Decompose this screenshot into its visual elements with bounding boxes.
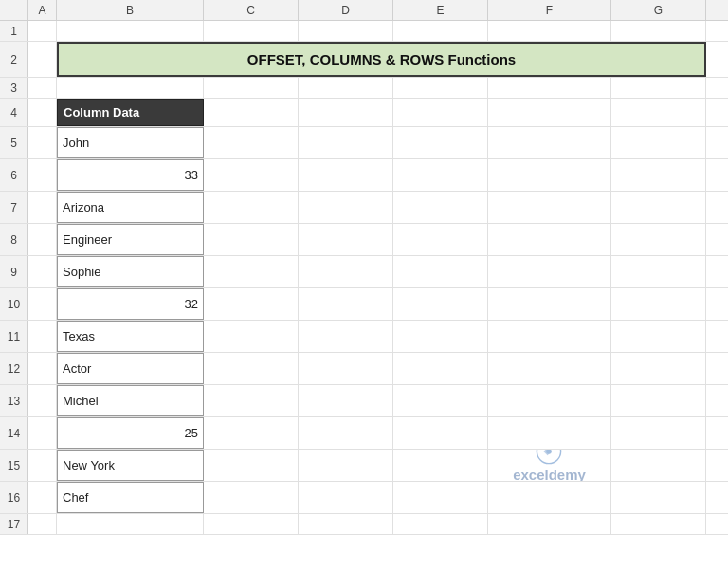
cell-a16[interactable] [28, 482, 57, 513]
cell-e9[interactable] [393, 256, 488, 287]
cell-e17[interactable] [393, 514, 488, 534]
cell-e14[interactable] [393, 417, 488, 449]
cell-e5[interactable] [393, 127, 488, 158]
cell-c1[interactable] [204, 21, 299, 41]
cell-f11[interactable] [488, 321, 611, 352]
cell-a4[interactable] [28, 99, 57, 126]
cell-b16[interactable]: Chef [57, 482, 204, 513]
cell-e13[interactable] [393, 385, 488, 416]
cell-c7[interactable] [204, 192, 299, 223]
cell-d1[interactable] [299, 21, 393, 41]
cell-a5[interactable] [28, 127, 57, 158]
cell-c11[interactable] [204, 321, 299, 352]
cell-c13[interactable] [204, 385, 299, 416]
cell-a6[interactable] [28, 159, 57, 191]
cell-f1[interactable] [488, 21, 611, 41]
cell-d14[interactable] [299, 417, 393, 449]
cell-f13[interactable] [488, 385, 611, 416]
cell-c9[interactable] [204, 256, 299, 287]
cell-c3[interactable] [204, 78, 299, 98]
cell-c14[interactable] [204, 417, 299, 449]
cell-f3[interactable] [488, 78, 611, 98]
cell-g1[interactable] [611, 21, 706, 41]
cell-d17[interactable] [299, 514, 393, 534]
cell-b6[interactable]: 33 [57, 159, 204, 191]
cell-a2[interactable] [28, 42, 57, 77]
cell-d7[interactable] [299, 192, 393, 223]
cell-d9[interactable] [299, 256, 393, 287]
cell-b3[interactable] [57, 78, 204, 98]
cell-g13[interactable] [611, 385, 706, 416]
cell-a11[interactable] [28, 321, 57, 352]
cell-b11[interactable]: Texas [57, 321, 204, 352]
cell-e8[interactable] [393, 224, 488, 255]
cell-b1[interactable] [57, 21, 204, 41]
cell-e12[interactable] [393, 353, 488, 384]
cell-c12[interactable] [204, 353, 299, 384]
cell-g5[interactable] [611, 127, 706, 158]
cell-e15[interactable] [393, 450, 488, 481]
cell-b7[interactable]: Arizona [57, 192, 204, 223]
cell-e4[interactable] [393, 99, 488, 126]
cell-b5[interactable]: John [57, 127, 204, 158]
cell-c4[interactable] [204, 99, 299, 126]
cell-c10[interactable] [204, 288, 299, 320]
cell-b12[interactable]: Actor [57, 353, 204, 384]
cell-f7[interactable] [488, 192, 611, 223]
cell-f16[interactable] [488, 482, 611, 513]
cell-g17[interactable] [611, 514, 706, 534]
cell-c15[interactable] [204, 450, 299, 481]
cell-a10[interactable] [28, 288, 57, 320]
cell-b13[interactable]: Michel [57, 385, 204, 416]
cell-e7[interactable] [393, 192, 488, 223]
cell-f14[interactable] [488, 417, 611, 449]
cell-a12[interactable] [28, 353, 57, 384]
cell-a14[interactable] [28, 417, 57, 449]
cell-g14[interactable] [611, 417, 706, 449]
cell-c16[interactable] [204, 482, 299, 513]
cell-f17[interactable] [488, 514, 611, 534]
cell-d5[interactable] [299, 127, 393, 158]
cell-title[interactable]: OFFSET, COLUMNS & ROWS Functions [57, 42, 706, 77]
cell-f5[interactable] [488, 127, 611, 158]
cell-f6[interactable] [488, 159, 611, 191]
cell-c17[interactable] [204, 514, 299, 534]
cell-g16[interactable] [611, 482, 706, 513]
cell-g6[interactable] [611, 159, 706, 191]
cell-f9[interactable] [488, 256, 611, 287]
cell-b9[interactable]: Sophie [57, 256, 204, 287]
cell-a13[interactable] [28, 385, 57, 416]
cell-b15[interactable]: New York [57, 450, 204, 481]
cell-b14[interactable]: 25 [57, 417, 204, 449]
cell-g9[interactable] [611, 256, 706, 287]
cell-a3[interactable] [28, 78, 57, 98]
cell-g12[interactable] [611, 353, 706, 384]
cell-g15[interactable] [611, 450, 706, 481]
cell-g11[interactable] [611, 321, 706, 352]
cell-a15[interactable] [28, 450, 57, 481]
cell-d10[interactable] [299, 288, 393, 320]
cell-b10[interactable]: 32 [57, 288, 204, 320]
cell-g10[interactable] [611, 288, 706, 320]
cell-e11[interactable] [393, 321, 488, 352]
cell-e10[interactable] [393, 288, 488, 320]
cell-c6[interactable] [204, 159, 299, 191]
cell-f8[interactable] [488, 224, 611, 255]
cell-d8[interactable] [299, 224, 393, 255]
cell-d16[interactable] [299, 482, 393, 513]
cell-g4[interactable] [611, 99, 706, 126]
cell-b8[interactable]: Engineer [57, 224, 204, 255]
cell-d15[interactable] [299, 450, 393, 481]
cell-b17[interactable] [57, 514, 204, 534]
cell-e16[interactable] [393, 482, 488, 513]
cell-a8[interactable] [28, 224, 57, 255]
cell-g7[interactable] [611, 192, 706, 223]
cell-c5[interactable] [204, 127, 299, 158]
cell-d4[interactable] [299, 99, 393, 126]
cell-d3[interactable] [299, 78, 393, 98]
cell-c8[interactable] [204, 224, 299, 255]
cell-a17[interactable] [28, 514, 57, 534]
cell-d12[interactable] [299, 353, 393, 384]
cell-b4-header[interactable]: Column Data [57, 99, 204, 126]
cell-f12[interactable] [488, 353, 611, 384]
